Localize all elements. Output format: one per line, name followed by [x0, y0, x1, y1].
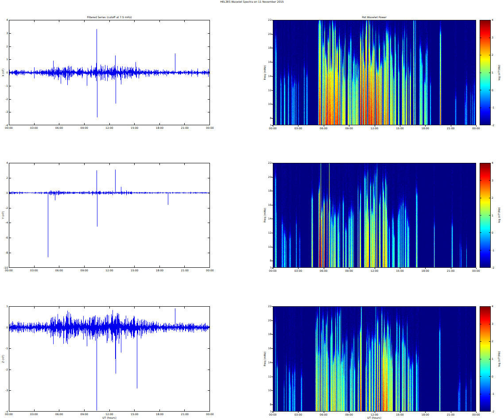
tick-mark	[271, 163, 273, 163]
z-component-ylabel: Z (nT)	[2, 355, 4, 363]
ut-hours-xlabel-left: UT (hours)	[102, 416, 116, 419]
y-tick-label: -1	[0, 85, 8, 87]
colorbar-tick-label: 2	[492, 54, 493, 56]
y-tick-label: -3	[0, 111, 8, 113]
x-tick-label: 00:00	[5, 269, 12, 272]
y-tick-label: 8	[267, 403, 271, 406]
x-tick-label: 03:00	[295, 127, 302, 130]
x-tick-label: 00:00	[5, 413, 12, 416]
y-tick-label: 2	[0, 45, 8, 48]
y-tick-label: -6	[0, 236, 8, 239]
x-tick-label: 18:00	[156, 127, 163, 129]
y-tick-label: 12	[267, 89, 271, 92]
tick-mark	[271, 177, 273, 177]
colorbar-tick-label: -2	[492, 410, 494, 413]
colorbar-tick-label: 0	[492, 231, 493, 234]
freq-ylabel-row3: Freq (mHz)	[264, 352, 266, 366]
colorbar-tick-label: 2	[492, 197, 493, 199]
y-tick-label: 16	[267, 347, 271, 350]
colorbar-tick-label: 1	[492, 358, 493, 360]
colorbar-tick-label: 0	[492, 89, 493, 92]
tick-mark	[271, 90, 273, 91]
colorbar-tick-label: 4	[492, 162, 493, 164]
x-tick-label: 21:00	[181, 127, 189, 129]
y-tick-label: 4	[0, 162, 8, 164]
y-tick-label: 14	[267, 217, 271, 220]
x-tick-label: 06:00	[55, 127, 63, 129]
x-tick-label: 00:00	[269, 270, 276, 272]
x-tick-label: 09:00	[345, 127, 353, 130]
x-tick-label: 15:00	[131, 269, 138, 272]
y-tick-label: 16	[267, 61, 271, 63]
tick-mark	[271, 233, 273, 233]
y-tick-label: 8	[267, 117, 271, 119]
colorbar-tick-label: -2	[492, 266, 494, 269]
colorbar-label-row2: log (nT²/Hz)	[498, 207, 500, 223]
y-tick-label: 10	[267, 246, 271, 248]
x-tick-label: 21:00	[447, 127, 454, 130]
y-tick-label: 7	[267, 266, 271, 269]
x-tick-label: 18:00	[156, 413, 163, 416]
colorbar-tick-label: -1	[492, 106, 494, 109]
x-tick-label: 15:00	[396, 127, 403, 130]
colorbar-canvas-row1	[480, 20, 491, 125]
tick-mark	[271, 76, 273, 77]
colorbar-row3	[480, 306, 491, 412]
x-tick-label: 00:00	[206, 269, 213, 272]
y-component-ylabel: Y (nT)	[2, 211, 4, 219]
z-series-canvas	[9, 306, 210, 412]
x-tick-label: 06:00	[320, 270, 327, 272]
colorbar-row1	[480, 20, 491, 125]
tick-mark	[271, 62, 273, 62]
x-tick-label: 12:00	[105, 413, 113, 416]
x-series-canvas	[9, 20, 210, 125]
x-tick-label: 18:00	[156, 269, 163, 272]
x-tick-label: 18:00	[422, 270, 429, 272]
x-tick-label: 09:00	[345, 270, 353, 272]
y-tick-label: 14	[267, 75, 271, 77]
z-spectrogram-plot	[273, 306, 476, 412]
colorbar-tick-label: -1	[492, 393, 494, 395]
y-tick-label: 20	[267, 33, 271, 35]
x-tick-label: 06:00	[320, 127, 327, 130]
tick-mark	[271, 191, 273, 191]
tick-mark	[271, 205, 273, 205]
x-tick-label: 15:00	[131, 127, 138, 129]
filtered-series-title: Filtered Series (cutoff at 7.5 mHz)	[87, 16, 132, 19]
x-tick-label: 03:00	[295, 270, 302, 272]
tick-mark	[271, 34, 273, 35]
x-tick-label: 21:00	[447, 270, 454, 272]
y-tick-label: 0	[0, 71, 8, 74]
tick-mark	[271, 390, 273, 391]
y-tick-label: -3	[0, 389, 8, 392]
y-tick-label: 8	[267, 259, 271, 262]
y-tick-label: 12	[267, 375, 271, 378]
tick-mark	[271, 268, 273, 268]
colorbar-tick-label: 4	[492, 19, 493, 21]
colorbar-label-row1: log (nT²/Hz)	[498, 65, 500, 80]
x-tick-label: 03:00	[30, 413, 38, 416]
x-spectrogram-plot	[273, 20, 476, 125]
x-tick-label: 00:00	[269, 127, 276, 130]
colorbar-canvas-row3	[480, 306, 491, 412]
y-tick-label: 10	[267, 103, 271, 105]
y-tick-label: 22	[267, 162, 271, 164]
ut-hours-xlabel-right: UT (hours)	[367, 416, 381, 419]
y-tick-label: -2	[0, 207, 8, 209]
y-series-plot	[9, 163, 210, 268]
x-tick-label: 21:00	[181, 269, 189, 272]
y-tick-label: -4	[0, 221, 8, 224]
x-tick-label: 00:00	[472, 413, 480, 416]
x-tick-label: 15:00	[396, 270, 403, 272]
colorbar-tick-label: 4	[492, 305, 493, 308]
x-tick-label: 03:00	[295, 413, 302, 416]
colorbar-row2	[480, 163, 491, 268]
y-tick-label: 10	[267, 389, 271, 392]
tick-mark	[271, 20, 273, 20]
y-tick-label: -4	[0, 410, 8, 413]
y-tick-label: -2	[0, 368, 8, 371]
y-tick-label: 22	[267, 19, 271, 21]
y-tick-label: 18	[267, 189, 271, 192]
tick-mark	[271, 348, 273, 349]
y-tick-label: 12	[267, 231, 271, 234]
